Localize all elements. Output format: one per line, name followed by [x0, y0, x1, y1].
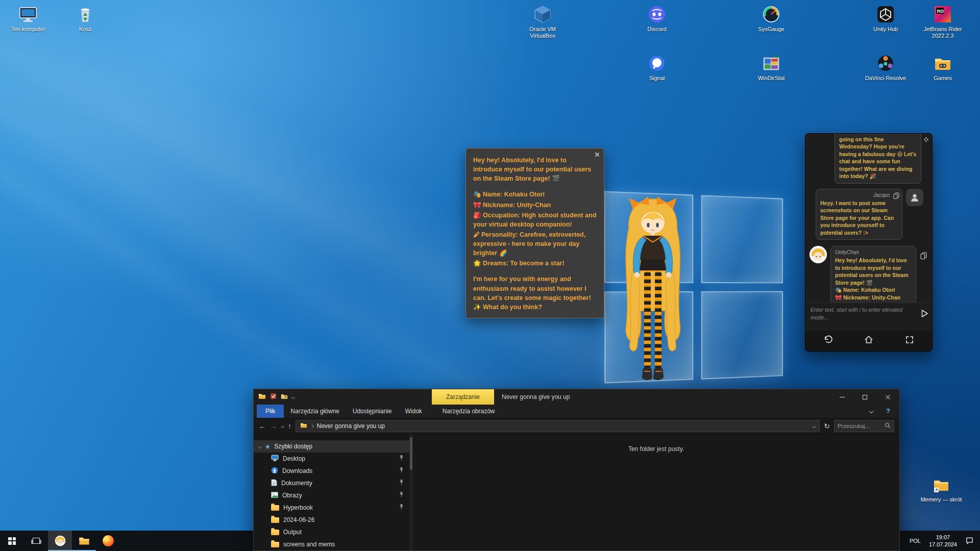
help-button[interactable]: ?	[886, 407, 890, 415]
folder-content-pane[interactable]: Ten folder jest pusty.	[413, 434, 899, 550]
address-bar[interactable]: Never gonna give you up	[296, 420, 820, 432]
desktop-icon-discord[interactable]: Discord	[632, 4, 681, 33]
desktop-icon-unity-hub[interactable]: Unity Hub	[861, 4, 910, 33]
sidebar-item-quick-access[interactable]: ★ Szybki dostęp	[254, 440, 413, 453]
speech-outro: I'm here for you with energy and enthusi…	[473, 274, 597, 312]
desktop-icon-memery-shortcut[interactable]: Memery — skrót	[917, 474, 966, 503]
pin-icon	[399, 467, 404, 475]
search-box[interactable]	[834, 420, 894, 432]
folder-icon	[271, 542, 279, 547]
desktop-companion-unity-chan[interactable]	[614, 197, 692, 392]
close-button[interactable]	[876, 389, 899, 405]
file-explorer-window: Zarządzanie Never gonna give you up Plik…	[253, 389, 900, 551]
rider-badge: RD	[937, 8, 944, 14]
desktop-icon-windirstat[interactable]: WinDirStat	[747, 53, 796, 82]
copy-icon[interactable]	[920, 252, 927, 261]
sidebar-item-folder[interactable]: 2024-06-26	[254, 514, 413, 526]
chat-message-text: 🎀 Nickname: Unity-Chan	[835, 294, 912, 301]
qat-new-folder-icon[interactable]	[281, 393, 288, 401]
chat-input[interactable]: Enter text, start with / to enter elevat…	[805, 303, 932, 331]
desktop-icon-label: Kosz	[79, 26, 91, 33]
desktop-icon-sysgauge[interactable]: SysGauge	[747, 4, 796, 33]
chat-author-name: Jacopo	[820, 192, 890, 198]
undo-icon[interactable]	[823, 335, 833, 347]
sidebar-item-pictures[interactable]: Obrazy	[254, 489, 413, 502]
system-tray: POL 19:07 17.07.2024	[910, 531, 980, 551]
folder-icon	[271, 517, 279, 523]
navigation-bar: ← → ↑ Never gonna give you up ↻	[254, 418, 899, 434]
start-button[interactable]	[0, 531, 24, 551]
tab-picture-tools[interactable]: Narzędzia obrazów	[436, 405, 502, 418]
home-icon[interactable]	[864, 335, 874, 347]
tab-view[interactable]: Widok	[398, 405, 428, 418]
breadcrumb[interactable]: Never gonna give you up	[317, 422, 385, 430]
send-icon[interactable]	[921, 309, 928, 319]
tab-share[interactable]: Udostępnianie	[346, 405, 399, 418]
breadcrumb-chevron-icon	[310, 424, 313, 428]
sidebar-item-folder[interactable]: screens and mems	[254, 538, 413, 550]
sidebar-item-folder[interactable]: Output	[254, 526, 413, 538]
tab-file[interactable]: Plik	[257, 405, 284, 418]
search-input[interactable]	[838, 423, 883, 429]
unity-chan-app-icon	[55, 535, 66, 546]
close-icon[interactable]	[594, 152, 600, 158]
taskbar-clock[interactable]: 19:07 17.07.2024	[929, 534, 957, 548]
tab-home[interactable]: Narzędzia główne	[284, 405, 346, 418]
back-icon[interactable]: ←	[259, 422, 266, 430]
quick-access-star-icon: ★	[265, 443, 271, 450]
chat-message-text: Hey hey! Absolutely, I'd love to introdu…	[835, 257, 912, 286]
close-icon	[885, 394, 891, 400]
windows-start-icon	[8, 537, 16, 545]
speech-line: 🌟 Dreams: To become a star!	[473, 259, 597, 268]
task-view-button[interactable]	[24, 531, 48, 551]
up-icon[interactable]: ↑	[288, 422, 291, 430]
desktop-icon-this-pc[interactable]: Ten komputer	[4, 4, 53, 33]
chat-message-text: going on this fine Wednesday? Hope you'r…	[839, 136, 917, 180]
forward-icon[interactable]: →	[270, 422, 277, 430]
chat-message-assistant: UnityChan Hey hey! Absolutely, I'd love …	[830, 246, 916, 303]
desktop-icon-label: WinDirStat	[758, 75, 785, 82]
language-indicator[interactable]: POL	[910, 538, 921, 544]
explorer-titlebar[interactable]: Zarządzanie Never gonna give you up	[254, 389, 899, 405]
desktop-icon-davinci[interactable]: DaVinci Resolve	[861, 53, 910, 82]
address-dropdown-chevron-icon[interactable]	[813, 424, 816, 428]
desktop-icon-games[interactable]: Games	[918, 53, 967, 82]
taskbar-app-file-explorer[interactable]	[72, 531, 96, 551]
clock-time: 19:07	[929, 534, 957, 541]
maximize-button[interactable]	[853, 389, 876, 405]
sidebar-item-desktop[interactable]: Desktop	[254, 453, 413, 465]
copy-icon[interactable]	[893, 192, 899, 201]
chat-message-user: Jacopo Heyy. I want to post some screens…	[816, 189, 902, 240]
desktop-icon-virtualbox[interactable]: Oracle VM VirtualBox	[518, 4, 567, 39]
search-icon[interactable]	[885, 422, 891, 430]
desktop-icon-signal[interactable]: Signal	[632, 53, 681, 82]
sidebar-item-folder[interactable]: Hyperbook	[254, 502, 413, 514]
desktop-icon-rider[interactable]: RD JetBrains Rider 2022.2.3	[918, 4, 967, 39]
qat-customize-chevron-icon[interactable]	[291, 395, 295, 398]
sidebar-scrollbar[interactable]	[409, 434, 413, 550]
taskbar-app-firefox[interactable]	[96, 531, 120, 551]
desktop-icon-recycle-bin[interactable]: Kosz	[61, 4, 110, 33]
scrollbar-thumb[interactable]	[410, 437, 412, 470]
taskbar-app-unity-chan[interactable]	[48, 531, 72, 551]
unity-hub-icon	[875, 4, 896, 24]
expand-chevron-icon[interactable]	[258, 445, 261, 448]
qat-properties-icon[interactable]	[270, 393, 277, 401]
refresh-icon[interactable]: ↻	[824, 422, 830, 430]
minimize-button[interactable]	[830, 389, 853, 405]
sidebar-item-label: Desktop	[283, 455, 305, 462]
sidebar-item-downloads[interactable]: Downloads	[254, 465, 413, 477]
manage-contextual-tab[interactable]: Zarządzanie	[432, 389, 494, 405]
user-avatar-icon	[906, 189, 923, 206]
resize-icon[interactable]	[904, 335, 915, 347]
chat-message-list[interactable]: going on this fine Wednesday? Hope you'r…	[805, 134, 932, 303]
speech-line: 🖌 Personality: Carefree, extroverted, ex…	[473, 230, 597, 258]
recent-locations-chevron-icon[interactable]	[281, 424, 284, 428]
collapse-ribbon-icon[interactable]	[869, 409, 873, 413]
companion-speech-bubble: Hey hey! Absolutely, I'd love to introdu…	[465, 148, 604, 318]
sidebar-item-documents[interactable]: Dokumenty	[254, 477, 413, 489]
action-center-icon[interactable]	[965, 536, 974, 546]
sidebar-item-label: screens and mems	[283, 541, 335, 548]
speech-intro: Hey hey! Absolutely, I'd love to introdu…	[473, 156, 597, 183]
sidebar-item-label: 2024-06-26	[283, 516, 314, 523]
